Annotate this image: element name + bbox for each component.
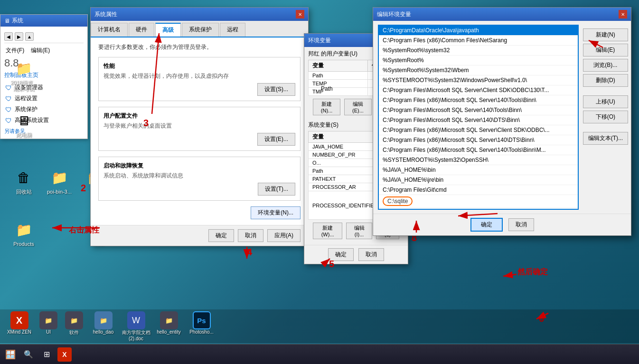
env-item-9[interactable]: C:\Program Files\Microsoft SQL Server\14…: [379, 115, 578, 125]
nav-forward-btn[interactable]: ▶: [15, 32, 23, 41]
icon-label-2018: 2018级查...期末考试: [10, 80, 37, 92]
env-item-10[interactable]: C:\Program Files (x86)\Microsoft SQL Ser…: [379, 125, 578, 135]
system-panel-icon: 🖥: [4, 18, 10, 24]
env-ok-btn[interactable]: 确定: [328, 248, 354, 261]
sys-edit-btn[interactable]: 编辑(I)...: [346, 223, 372, 239]
edit-text-btn[interactable]: 编辑文本(T)...: [583, 132, 628, 145]
ui-label: UI: [46, 329, 51, 335]
env-dialog-title: 环境变量: [308, 37, 331, 45]
env-item-6[interactable]: C:\Program Files\Microsoft SQL Server\Cl…: [379, 85, 578, 95]
ruanjian-label: 软件: [69, 329, 79, 336]
performance-settings-btn[interactable]: 设置(S)...: [257, 83, 295, 96]
bottom-icon-photoshop[interactable]: Ps Photosho...: [186, 311, 217, 341]
tab-hardware[interactable]: 硬件: [129, 23, 154, 37]
nav-up-btn[interactable]: ▲: [25, 32, 34, 41]
user-profile-desc: 与登录账户相关的桌面设置: [103, 122, 295, 130]
env-item-sqlite[interactable]: C:\sqlite: [379, 195, 578, 208]
env-item-15[interactable]: %JAVA_HOME%\jre\bin: [379, 175, 578, 185]
taskbar-apps-row: [74, 353, 78, 356]
ui-icon: 📁: [39, 311, 57, 329]
edit-env-cancel-btn[interactable]: 取消: [508, 218, 534, 231]
edit-env-content: C:\ProgramData\Oracle\Java\javapath C:\P…: [373, 25, 631, 210]
edit-env-close-btn[interactable]: ✕: [619, 10, 627, 19]
sys-props-close-btn[interactable]: ✕: [296, 10, 304, 19]
taskview-btn[interactable]: ⊞: [38, 346, 55, 363]
bottom-icon-hello-entity[interactable]: 📁 hello_entity: [153, 311, 184, 341]
tab-system-protection[interactable]: 系统保护: [182, 23, 219, 37]
new-path-btn[interactable]: 新建(N): [583, 28, 628, 41]
bottom-icon-ruanjian[interactable]: 📁 软件: [62, 311, 86, 341]
start-btn[interactable]: 🪟: [2, 346, 19, 363]
desktop-icon-recycle[interactable]: 🗑 回收站: [7, 166, 40, 197]
env-item-14[interactable]: %JAVA_HOME%\bin: [379, 165, 578, 175]
desktop-icon-poi[interactable]: 📁 poi-bin-3...: [43, 166, 76, 197]
edit-env-list[interactable]: C:\ProgramData\Oracle\Java\javapath C:\P…: [378, 25, 579, 210]
env-item-1[interactable]: C:\Program Files (x86)\Common Files\NetS…: [379, 36, 578, 46]
xmind-label: XMind ZEN: [7, 329, 31, 335]
env-item-7[interactable]: C:\Program Files (x86)\Microsoft SQL Ser…: [379, 95, 578, 105]
menu-edit[interactable]: 编辑(E): [29, 46, 51, 55]
env-vars-btn[interactable]: 环境变量(N)...: [251, 206, 301, 219]
sys-props-cancel-btn[interactable]: 取消: [238, 229, 263, 242]
menu-file[interactable]: 文件(F): [4, 46, 26, 55]
tab-computer-name[interactable]: 计算机名: [91, 23, 128, 37]
xmind-icon: X: [10, 311, 28, 329]
env-item-3[interactable]: %SystemRoot%: [379, 56, 578, 65]
env-item-4[interactable]: %SystemRoot%\System32\Wbem: [379, 65, 578, 75]
edit-path-btn[interactable]: 编辑(E): [583, 44, 628, 56]
move-down-btn[interactable]: 下移(O): [583, 111, 628, 123]
remote-settings-link[interactable]: 🛡 远程设置: [4, 93, 84, 104]
icon-img-products: 📁: [14, 220, 33, 239]
photoshop-icon: Ps: [193, 311, 211, 329]
shield-icon-2: 🛡: [5, 95, 12, 103]
tab-advanced[interactable]: 高级: [155, 23, 181, 37]
env-item-0[interactable]: C:\ProgramData\Oracle\Java\javapath: [379, 26, 578, 36]
icon-img-recycle: 🗑: [14, 168, 33, 187]
move-up-btn[interactable]: 上移(U): [583, 95, 628, 108]
bottom-icon-ui[interactable]: 📁 UI: [37, 311, 60, 341]
nav-back-btn[interactable]: ◀: [4, 32, 13, 41]
sys-props-titlebar: 系统属性 ✕: [91, 8, 308, 21]
tab-remote[interactable]: 远程: [220, 23, 245, 37]
desktop: 🖥 系统 ◀ ▶ ▲ 文件(F) 编辑(E) 8.8 控制面板主页 🛡 设备管理…: [0, 0, 639, 364]
sys-props-ok-btn[interactable]: 确定: [208, 229, 234, 242]
startup-recovery-section: 启动和故障恢复 系统启动、系统故障和调试信息 设置(T)...: [98, 157, 301, 201]
sys-var-path-name: Path: [309, 167, 382, 175]
desktop-icon-computer[interactable]: 🖥 此电脑: [7, 109, 40, 140]
desktop-icon-2018[interactable]: 📁 2018级查...期末考试: [7, 57, 40, 94]
env-dialog-footer: 确定 取消: [304, 245, 408, 264]
icon-label-computer: 此电脑: [16, 132, 32, 138]
bottom-icon-nanfang[interactable]: W 南方学院文档(2).doc: [121, 311, 151, 341]
icon-label-poi: poi-bin-3...: [47, 189, 72, 195]
sys-props-tabs: 计算机名 硬件 高级 系统保护 远程: [91, 21, 308, 37]
env-item-13[interactable]: %SYSTEMROOT%\System32\OpenSSH\: [379, 155, 578, 165]
delete-path-btn[interactable]: 删除(D): [583, 74, 628, 87]
search-btn[interactable]: 🔍: [20, 346, 37, 363]
bottom-icon-xmind[interactable]: X XMind ZEN: [4, 311, 35, 341]
env-item-12[interactable]: C:\Program Files (x86)\Microsoft SQL Ser…: [379, 145, 578, 155]
performance-desc: 视觉效果，处理器计划，内存使用，以及虚拟内存: [103, 72, 295, 80]
edit-env-title: 编辑环境变量: [377, 10, 411, 19]
sys-props-footer: 确定 取消 应用(A): [91, 225, 308, 246]
taskbar: 🪟 🔍 ⊞ X: [0, 344, 639, 364]
startup-settings-btn[interactable]: 设置(T)...: [258, 183, 295, 196]
sys-props-apply-btn[interactable]: 应用(A): [267, 229, 301, 242]
env-item-11[interactable]: C:\Program Files (x86)\Microsoft SQL Ser…: [379, 135, 578, 145]
env-cancel-btn[interactable]: 取消: [358, 248, 384, 261]
system-nav: ◀ ▶ ▲: [4, 30, 84, 43]
taskbar-xmind[interactable]: X: [56, 346, 73, 363]
desktop-icon-products[interactable]: 📁 Products: [7, 218, 40, 249]
sys-props-dialog: 系统属性 ✕ 计算机名 硬件 高级 系统保护 远程 要进行大多数更改，你必须作为…: [90, 7, 309, 246]
env-item-5[interactable]: %SYSTEMROOT%\System32\WindowsPowerShell\…: [379, 75, 578, 85]
env-item-8[interactable]: C:\Program Files\Microsoft SQL Server\14…: [379, 105, 578, 115]
user-profile-settings-btn[interactable]: 设置(E)...: [257, 133, 295, 146]
sys-new-btn[interactable]: 新建(W)...: [313, 223, 342, 239]
user-var-tmp-name: TMP: [309, 88, 368, 96]
env-item-2[interactable]: %SystemRoot%\system32: [379, 46, 578, 56]
user-edit-btn[interactable]: 编辑(E)...: [344, 99, 372, 115]
browse-path-btn[interactable]: 浏览(B)...: [583, 59, 628, 72]
env-item-16[interactable]: C:\Program Files\Git\cmd: [379, 185, 578, 195]
user-new-btn[interactable]: 新建(N)...: [313, 99, 340, 115]
bottom-icon-hello-dao[interactable]: 📁 hello_dao: [88, 311, 119, 341]
edit-env-ok-btn[interactable]: 确定: [470, 218, 503, 232]
